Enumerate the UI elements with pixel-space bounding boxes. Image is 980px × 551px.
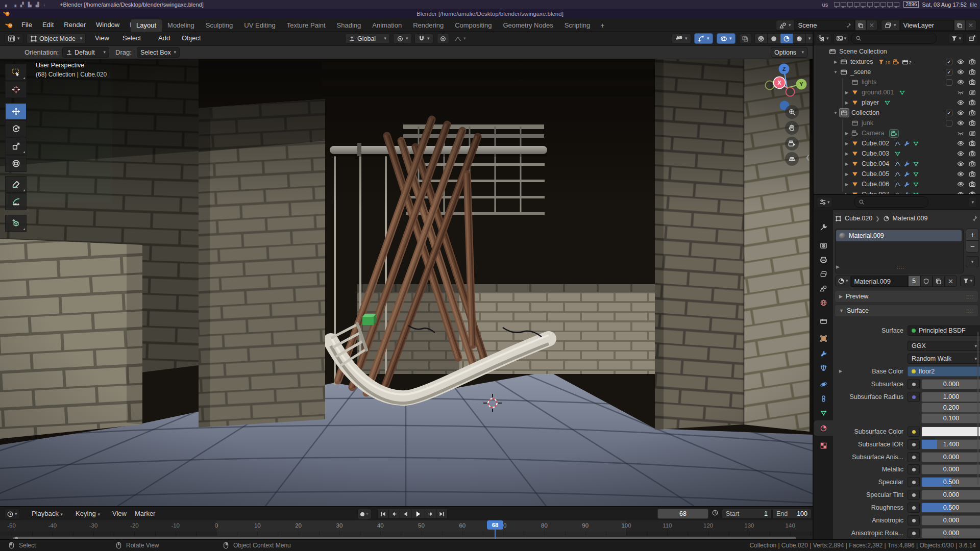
properties-options-button[interactable]: ▾ [968,197,977,208]
object-visibility-dropdown[interactable]: ▾ [672,33,691,44]
checkbox-checked[interactable]: ✓ [946,69,952,76]
workspace-tab-sculpting[interactable]: Sculpting [200,19,238,32]
timeline-menu-keying[interactable]: Keying ▾ [70,507,105,520]
outliner-filter-id-button[interactable]: ▾ [834,33,849,44]
node-socket[interactable] [908,439,920,449]
viewlayer-name-field[interactable]: ViewLayer [900,20,954,31]
slider-0-100[interactable]: 0.100 [921,413,980,423]
os-tile-icon[interactable]: ▞ [20,2,24,7]
render-cam-toggle[interactable] [969,160,976,167]
tool-annotate[interactable] [5,176,27,193]
slider-subsurface-anis-[interactable]: 0.000 [921,452,980,462]
properties-tab-world[interactable] [814,295,833,310]
viewlayer-remove-button[interactable]: ✕ [965,20,976,31]
node-socket[interactable] [908,515,920,525]
properties-editor-type-button[interactable]: ▾ [817,197,832,208]
checkbox-checked[interactable]: ✓ [946,110,952,116]
badge-wrench[interactable] [903,140,910,147]
os-tile-icon[interactable]: ▙ [28,2,32,7]
render-cam-toggle[interactable] [969,109,976,116]
outliner-row-cube-002[interactable]: ▶Cube.002 [814,138,980,148]
workspace-tab-layout[interactable]: Layout [131,19,162,32]
window-list-title[interactable]: +Blender [/home/amalie/Desktop/blender/s… [60,2,204,8]
outliner-row-lights[interactable]: lights [814,77,980,87]
render-cam-toggle[interactable] [969,140,976,147]
outliner-row-cube-004[interactable]: ▶Cube.004 [814,159,980,169]
shading-wireframe[interactable] [755,34,768,43]
menu-file[interactable]: File [16,18,37,31]
snapping-dropdown[interactable]: ▾ [414,33,433,44]
outliner-row-camera[interactable]: ▶Camera [814,128,980,138]
fake-user-button[interactable] [920,276,933,287]
render-cam-toggle[interactable] [969,68,976,76]
mode-dropdown[interactable]: Object Mode▾ [27,33,86,44]
outliner-filter-button[interactable]: ▾ [948,33,964,44]
tool-select-box[interactable] [5,64,27,81]
expander-icon[interactable]: ▼ [832,70,839,74]
viewport-canvas[interactable]: User Perspective (68) Collection | Cube.… [0,59,813,506]
shading-rendered[interactable] [793,34,806,43]
keyboard-layout[interactable]: us [822,2,828,8]
shading-material[interactable] [780,34,793,43]
expander-icon[interactable]: ▼ [832,111,839,115]
browse-material-button[interactable]: ▾ [835,276,851,286]
slider-subsurface[interactable]: 0.000 [921,379,980,389]
checkbox-empty[interactable] [946,79,952,86]
properties-search-input[interactable] [854,196,928,208]
outliner-row-junk[interactable]: junk [814,118,980,128]
add-workspace-button[interactable]: + [596,21,609,30]
properties-tab-collection[interactable] [814,313,833,329]
slot-expand-icon[interactable]: ▶ [836,264,840,269]
properties-tab-output[interactable] [814,252,833,267]
properties-tab-tool[interactable] [814,219,833,235]
badge-anim[interactable] [894,140,901,147]
properties-tab-particles[interactable] [814,360,833,375]
tray-clock[interactable]: Sat, 03 Aug 17:52 [922,2,966,8]
menu-edit[interactable]: Edit [37,18,59,31]
eye-toggle[interactable] [957,68,964,76]
slider-anisotropic-rota-[interactable]: 0.000 [921,528,980,538]
viewlayer-browse-button[interactable]: ▾ [881,20,900,31]
orientation-dropdown[interactable]: Default ▾ [62,47,109,58]
checkbox-empty[interactable] [946,120,952,127]
slider-specular-tint[interactable]: 0.000 [921,490,980,500]
menu-window[interactable]: Window [91,18,125,31]
outliner-row-textures[interactable]: ▶textures102✓ [814,57,980,67]
new-collection-button[interactable] [966,33,978,44]
falloff-dropdown[interactable]: ▾ [451,33,469,44]
dropdown-random-walk[interactable]: Random Walk▾ [908,354,980,364]
badge-meshdata[interactable] [913,181,919,188]
slider-roughness[interactable]: 0.500 [921,503,980,513]
badge-meshdata[interactable] [913,161,919,167]
shader-button-surface[interactable]: Principled BSDF [908,325,980,336]
badge-meshdata[interactable] [913,171,919,178]
slider-metallic[interactable]: 0.000 [921,464,980,474]
viewport-menu-select[interactable]: Select [117,32,146,44]
badge-wrench[interactable] [903,171,910,178]
os-tile-icon[interactable]: ▟ [36,2,39,7]
viewport-menu-add[interactable]: Add [153,32,175,44]
panel-surface[interactable]: ▼Surface:::: [835,305,978,316]
color-swatch-subsurface-color[interactable] [921,427,980,437]
properties-tab-modifier[interactable] [814,346,833,361]
outliner-row-scene-collection[interactable]: Scene Collection [814,46,980,57]
use-preview-range-icon[interactable] [712,509,719,516]
eye-closed-toggle[interactable] [957,89,964,96]
render-cam-toggle[interactable] [969,58,976,65]
jump-start-button[interactable] [377,509,389,519]
eye-toggle[interactable] [957,181,964,188]
auto-key-button[interactable]: ▾ [357,509,372,519]
properties-tab-material[interactable] [814,420,833,436]
timeline-ruler[interactable]: -50-40-30-20-100102030405060708090100110… [0,520,813,532]
outliner-row-cube-003[interactable]: ▶Cube.003 [814,148,980,159]
render-cam-toggle[interactable] [969,119,976,127]
remove-slot-button[interactable]: − [966,240,979,253]
current-frame-field[interactable]: 68 [657,509,708,519]
render-off-toggle[interactable] [969,89,976,96]
workspace-tab-texture-paint[interactable]: Texture Paint [281,19,331,32]
badge-meshdata[interactable] [899,89,905,96]
nav-hand[interactable] [785,121,799,135]
outliner-row-cube-006[interactable]: ▶Cube.006 [814,179,980,189]
slot-specials-button[interactable]: ▾ [966,256,979,267]
node-socket[interactable] [908,392,920,402]
